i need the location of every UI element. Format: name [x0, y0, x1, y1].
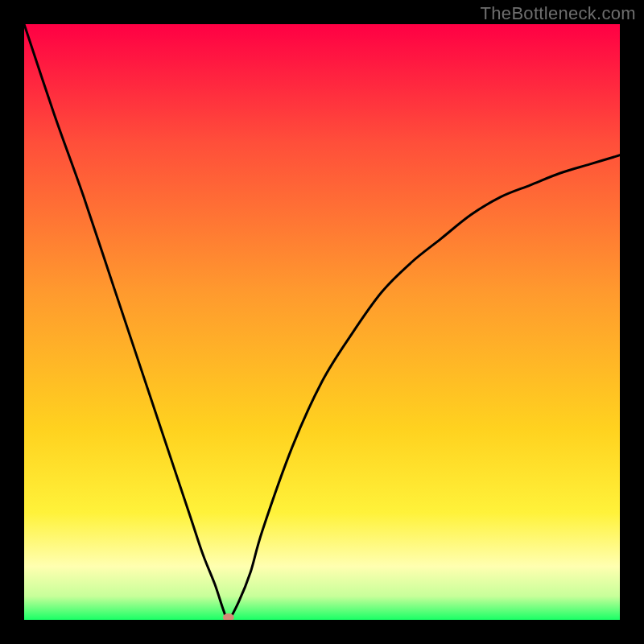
bottleneck-chart: [24, 24, 620, 620]
chart-frame: TheBottleneck.com: [0, 0, 644, 644]
watermark-text: TheBottleneck.com: [481, 3, 636, 24]
gradient-bg: [24, 24, 620, 620]
